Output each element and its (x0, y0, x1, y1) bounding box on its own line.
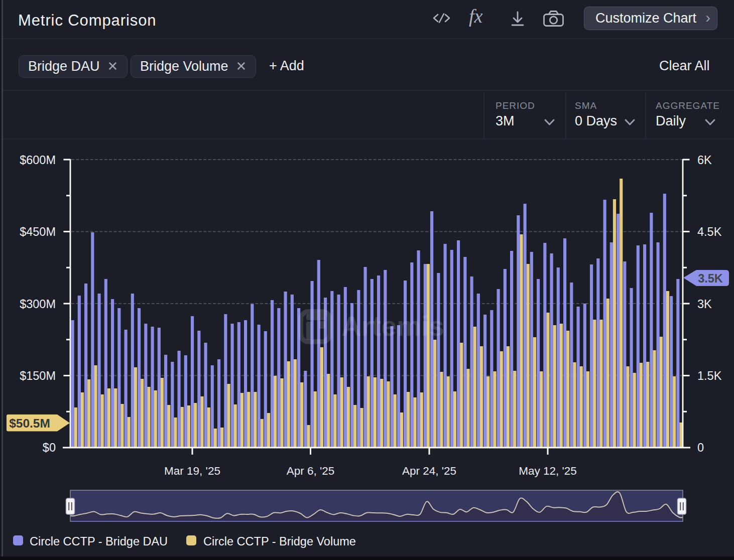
svg-text:$600M: $600M (20, 154, 56, 167)
svg-text:4.5K: 4.5K (697, 225, 722, 238)
svg-text:$450M: $450M (20, 225, 56, 238)
svg-text:0: 0 (697, 441, 704, 454)
svg-text:Apr 6, '25: Apr 6, '25 (287, 465, 335, 477)
svg-text:$0: $0 (43, 441, 56, 454)
svg-text:$50.5M: $50.5M (9, 416, 50, 430)
svg-text:Mar 19, '25: Mar 19, '25 (164, 465, 220, 477)
svg-text:$150M: $150M (20, 369, 56, 382)
svg-text:Artemis: Artemis (341, 311, 444, 342)
svg-text:fx: fx (469, 6, 483, 27)
svg-text:1.5K: 1.5K (697, 369, 722, 382)
svg-text:3K: 3K (697, 298, 712, 311)
svg-text:$300M: $300M (20, 298, 56, 311)
svg-text:May 12, '25: May 12, '25 (519, 465, 577, 477)
svg-text:6K: 6K (697, 154, 712, 167)
svg-text:Apr 24, '25: Apr 24, '25 (402, 465, 456, 477)
svg-text:3.5K: 3.5K (698, 272, 723, 285)
